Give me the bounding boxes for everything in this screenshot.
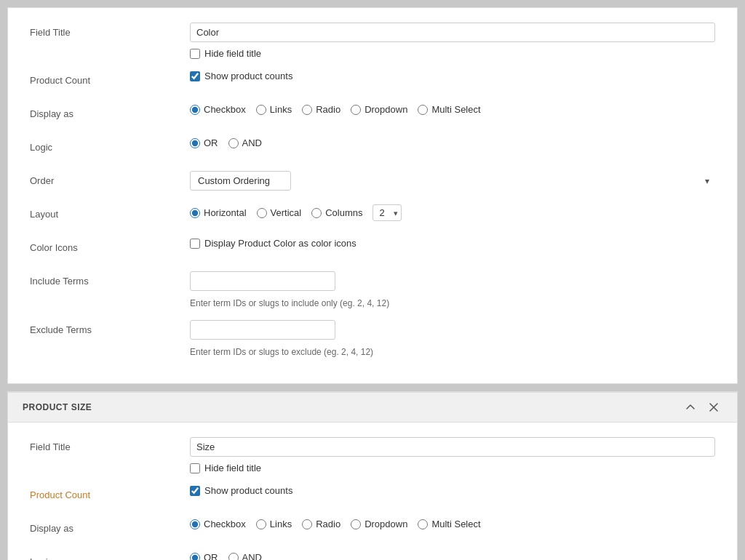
color-display-dropdown-label[interactable]: Dropdown xyxy=(351,104,407,115)
size-show-product-counts-text: Show product counts xyxy=(204,485,292,496)
size-logic-or-radio[interactable] xyxy=(190,553,200,561)
size-show-product-counts-label[interactable]: Show product counts xyxy=(190,485,715,496)
color-display-multiselect-label[interactable]: Multi Select xyxy=(418,104,480,115)
size-display-checkbox-radio[interactable] xyxy=(190,519,200,529)
color-display-radio-radio[interactable] xyxy=(302,105,312,115)
color-display-dropdown-radio[interactable] xyxy=(351,105,361,115)
product-size-panel-content: Field Title Hide field title Product Cou… xyxy=(8,423,737,560)
color-display-checkbox-label[interactable]: Checkbox xyxy=(190,104,246,115)
color-display-color-icons-text: Display Product Color as color icons xyxy=(204,238,356,249)
color-hide-field-title-text: Hide field title xyxy=(204,48,261,59)
color-display-links-label[interactable]: Links xyxy=(256,104,292,115)
color-panel-content: Field Title Hide field title Product Cou… xyxy=(8,8,737,383)
size-display-radio-radio[interactable] xyxy=(302,519,312,529)
color-include-terms-hint: Enter term IDs or slugs to include only … xyxy=(190,298,715,308)
color-field-title-row: Field Title Hide field title xyxy=(30,23,715,59)
size-logic-controls: OR AND xyxy=(190,552,715,560)
color-logic-or-label[interactable]: OR xyxy=(190,137,218,148)
color-exclude-terms-hint: Enter term IDs or slugs to exclude (eg. … xyxy=(190,347,715,357)
size-product-count-row: Product Count Show product counts xyxy=(30,485,715,507)
color-logic-label: Logic xyxy=(30,137,190,153)
color-display-radio-label[interactable]: Radio xyxy=(302,104,340,115)
color-layout-columns-radio[interactable] xyxy=(311,208,322,218)
color-panel: Field Title Hide field title Product Cou… xyxy=(7,7,738,384)
color-icons-row: Color Icons Display Product Color as col… xyxy=(30,238,715,260)
product-size-collapse-button[interactable] xyxy=(682,400,699,415)
size-display-links-label[interactable]: Links xyxy=(256,519,292,529)
size-display-as-controls: Checkbox Links Radio Dropdown xyxy=(190,519,715,529)
color-show-product-counts-checkbox[interactable] xyxy=(190,71,200,81)
color-logic-and-label[interactable]: AND xyxy=(228,137,262,148)
product-size-remove-button[interactable] xyxy=(705,400,722,415)
size-display-dropdown-label[interactable]: Dropdown xyxy=(351,519,407,529)
color-logic-options-row: OR AND xyxy=(190,137,715,148)
color-display-multiselect-text: Multi Select xyxy=(431,104,480,115)
color-layout-horizontal-label[interactable]: Horizontal xyxy=(190,207,247,218)
size-field-title-input[interactable] xyxy=(190,437,715,457)
size-product-count-label: Product Count xyxy=(30,485,190,500)
color-include-terms-input[interactable] xyxy=(190,271,335,291)
size-logic-options-row: OR AND xyxy=(190,552,715,560)
size-display-links-radio[interactable] xyxy=(256,519,266,529)
color-display-as-controls: Checkbox Links Radio Dropdown xyxy=(190,104,715,115)
size-hide-field-title-text: Hide field title xyxy=(204,463,261,473)
color-layout-columns-text: Columns xyxy=(325,207,362,218)
color-layout-vertical-label[interactable]: Vertical xyxy=(257,207,302,218)
size-logic-and-radio[interactable] xyxy=(228,553,239,561)
color-display-checkbox-radio[interactable] xyxy=(190,105,200,115)
color-layout-vertical-radio[interactable] xyxy=(257,208,267,218)
color-display-links-radio[interactable] xyxy=(256,105,266,115)
size-product-count-controls: Show product counts xyxy=(190,485,715,496)
color-product-count-label: Product Count xyxy=(30,71,190,86)
size-display-multiselect-text: Multi Select xyxy=(431,519,480,529)
size-display-multiselect-label[interactable]: Multi Select xyxy=(418,519,480,529)
close-icon xyxy=(708,401,720,413)
size-logic-and-label[interactable]: AND xyxy=(228,552,262,560)
color-product-count-row: Product Count Show product counts xyxy=(30,71,715,92)
product-size-section-header: PRODUCT SIZE xyxy=(8,392,737,423)
color-show-product-counts-text: Show product counts xyxy=(204,71,292,81)
color-display-checkbox-text: Checkbox xyxy=(204,104,246,115)
color-field-title-controls: Hide field title xyxy=(190,23,715,59)
color-order-select[interactable]: Custom Ordering Name Count Term ID xyxy=(190,171,291,191)
color-logic-and-radio[interactable] xyxy=(228,138,239,148)
color-logic-or-text: OR xyxy=(204,137,218,148)
color-layout-label: Layout xyxy=(30,204,190,220)
color-layout-columns-label[interactable]: Columns xyxy=(311,207,362,218)
color-order-dropdown-wrap: Custom Ordering Name Count Term ID xyxy=(190,171,715,191)
size-display-links-text: Links xyxy=(270,519,292,529)
color-hide-field-title-checkbox[interactable] xyxy=(190,49,200,59)
color-hide-field-title-label[interactable]: Hide field title xyxy=(190,48,715,59)
size-display-checkbox-text: Checkbox xyxy=(204,519,246,529)
color-layout-options-row: Horizontal Vertical Columns 2 3 xyxy=(190,204,715,221)
color-display-as-row: Display as Checkbox Links Radio xyxy=(30,104,715,126)
size-logic-or-label[interactable]: OR xyxy=(190,552,218,560)
size-show-product-counts-checkbox[interactable] xyxy=(190,486,200,496)
color-order-row: Order Custom Ordering Name Count Term ID xyxy=(30,171,715,193)
color-icons-controls: Display Product Color as color icons xyxy=(190,238,715,249)
size-hide-field-title-checkbox[interactable] xyxy=(190,463,200,473)
color-exclude-terms-input[interactable] xyxy=(190,320,335,340)
size-hide-field-title-label[interactable]: Hide field title xyxy=(190,463,715,473)
size-display-as-row: Display as Checkbox Links Radio xyxy=(30,519,715,540)
size-logic-and-text: AND xyxy=(242,552,262,560)
color-order-controls: Custom Ordering Name Count Term ID xyxy=(190,171,715,191)
color-display-links-text: Links xyxy=(270,104,292,115)
color-display-color-icons-label[interactable]: Display Product Color as color icons xyxy=(190,238,715,249)
color-show-product-counts-label[interactable]: Show product counts xyxy=(190,71,715,81)
color-columns-select[interactable]: 2 3 4 5 xyxy=(372,204,402,221)
collapse-icon xyxy=(685,401,696,413)
color-layout-controls: Horizontal Vertical Columns 2 3 xyxy=(190,204,715,221)
color-logic-or-radio[interactable] xyxy=(190,138,200,148)
size-display-radio-label[interactable]: Radio xyxy=(302,519,340,529)
color-include-terms-row: Include Terms Enter term IDs or slugs to… xyxy=(30,271,715,308)
color-field-title-input[interactable] xyxy=(190,23,715,42)
size-display-options-row: Checkbox Links Radio Dropdown xyxy=(190,519,715,529)
color-display-multiselect-radio[interactable] xyxy=(418,105,428,115)
size-display-checkbox-label[interactable]: Checkbox xyxy=(190,519,246,529)
color-layout-horizontal-radio[interactable] xyxy=(190,208,200,218)
color-layout-vertical-text: Vertical xyxy=(271,207,302,218)
color-display-color-icons-checkbox[interactable] xyxy=(190,239,200,249)
size-display-dropdown-radio[interactable] xyxy=(351,519,361,529)
size-display-multiselect-radio[interactable] xyxy=(418,519,428,529)
